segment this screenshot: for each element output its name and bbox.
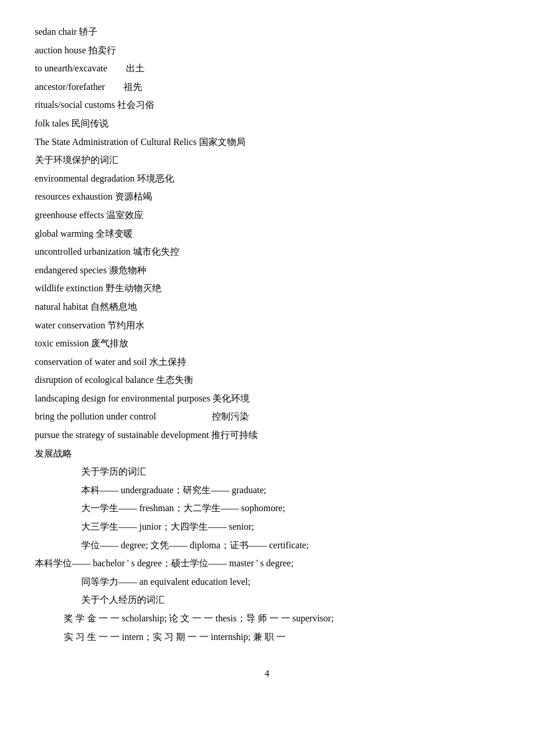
line-2: auction house 拍卖行 <box>35 42 499 59</box>
line-9-text: environmental degradation 环境恶化 <box>35 173 174 183</box>
line-4-text: ancestor/forefather 祖先 <box>35 82 142 92</box>
line-20-text: disruption of ecological balance 生态失衡 <box>35 375 193 385</box>
line-18: toxic emission 废气排放 <box>35 335 499 352</box>
line-10: resources exhaustion 资源枯竭 <box>35 188 499 205</box>
line-3: to unearth/excavate 出土 <box>35 60 499 77</box>
line-8-text: 关于环境保护的词汇 <box>35 155 118 165</box>
line-31-text: 关于个人经历的词汇 <box>81 595 165 605</box>
page-number: 4 <box>35 668 499 679</box>
line-30-text: 同等学力—— an equivalent education level; <box>81 577 250 587</box>
line-31: 关于个人经历的词汇 <box>35 591 499 609</box>
line-22-text: bring the pollution under control 控制污染 <box>35 411 249 421</box>
line-3-text: to unearth/excavate 出土 <box>35 63 145 73</box>
line-1-text: sedan chair 轿子 <box>35 27 98 37</box>
line-18-text: toxic emission 废气排放 <box>35 338 128 348</box>
line-15-text: wildlife extinction 野生动物灭绝 <box>35 283 161 293</box>
line-7: The State Administration of Cultural Rel… <box>35 133 499 151</box>
line-5-text: rituals/social customs 社会习俗 <box>35 100 154 110</box>
line-16-text: natural habitat 自然栖息地 <box>35 302 137 312</box>
line-29-text: 本科学位—— bachelor ' s degree；硕士学位—— master… <box>35 558 294 568</box>
line-33-text: 实 习 生 一 一 intern；实 习 期 一 一 internship; 兼… <box>64 632 286 642</box>
line-6-text: folk tales 民间传说 <box>35 118 109 128</box>
line-21: landscaping design for environmental pur… <box>35 390 499 407</box>
line-2-text: auction house 拍卖行 <box>35 45 116 55</box>
line-12: global warming 全球变暖 <box>35 225 499 243</box>
page-number-text: 4 <box>265 668 269 678</box>
line-30: 同等学力—— an equivalent education level; <box>35 573 499 591</box>
line-23-text: pursue the strategy of sustainable devel… <box>35 430 258 440</box>
line-14-text: endangered species 濒危物种 <box>35 265 146 275</box>
content-area: sedan chair 轿子 auction house 拍卖行 to unea… <box>35 23 499 679</box>
line-16: natural habitat 自然栖息地 <box>35 298 499 316</box>
line-32-text: 奖 学 金 一 一 scholarship; 论 文 一 一 thesis；导 … <box>64 613 334 623</box>
line-26: 大一学生—— freshman；大二学生—— sophomore; <box>35 500 499 517</box>
line-20: disruption of ecological balance 生态失衡 <box>35 371 499 389</box>
line-8: 关于环境保护的词汇 <box>35 151 499 169</box>
line-33: 实 习 生 一 一 intern；实 习 期 一 一 internship; 兼… <box>35 628 499 646</box>
line-21-text: landscaping design for environmental pur… <box>35 393 250 403</box>
line-28: 学位—— degree; 文凭—— diploma；证书—— certifica… <box>35 537 499 554</box>
line-17: water conservation 节约用水 <box>35 317 499 334</box>
line-13-text: uncontrolled urbanization 城市化失控 <box>35 247 179 256</box>
line-5: rituals/social customs 社会习俗 <box>35 96 499 114</box>
line-27-text: 大三学生—— junior；大四学生—— senior; <box>81 522 254 531</box>
line-7-text: The State Administration of Cultural Rel… <box>35 137 246 147</box>
line-29: 本科学位—— bachelor ' s degree；硕士学位—— master… <box>35 555 499 572</box>
line-9: environmental degradation 环境恶化 <box>35 170 499 187</box>
line-23: pursue the strategy of sustainable devel… <box>35 426 499 444</box>
line-19-text: conservation of water and soil 水土保持 <box>35 357 186 367</box>
line-25: 本科—— undergraduate；研究生—— graduate; <box>35 482 499 499</box>
line-23b: 发展战略 <box>35 445 499 462</box>
line-1: sedan chair 轿子 <box>35 23 499 41</box>
line-15: wildlife extinction 野生动物灭绝 <box>35 280 499 297</box>
line-11: greenhouse effects 温室效应 <box>35 207 499 224</box>
line-28-text: 学位—— degree; 文凭—— diploma；证书—— certifica… <box>81 540 309 550</box>
line-10-text: resources exhaustion 资源枯竭 <box>35 191 152 201</box>
line-4: ancestor/forefather 祖先 <box>35 78 499 96</box>
line-22: bring the pollution under control 控制污染 <box>35 408 499 425</box>
line-27: 大三学生—— junior；大四学生—— senior; <box>35 518 499 536</box>
line-32: 奖 学 金 一 一 scholarship; 论 文 一 一 thesis；导 … <box>35 610 499 627</box>
line-14: endangered species 濒危物种 <box>35 262 499 279</box>
line-23b-text: 发展战略 <box>35 448 72 458</box>
line-25-text: 本科—— undergraduate；研究生—— graduate; <box>81 485 266 495</box>
line-12-text: global warming 全球变暖 <box>35 229 133 238</box>
line-24-text: 关于学历的词汇 <box>81 466 146 476</box>
line-19: conservation of water and soil 水土保持 <box>35 353 499 371</box>
line-13: uncontrolled urbanization 城市化失控 <box>35 243 499 261</box>
line-26-text: 大一学生—— freshman；大二学生—— sophomore; <box>81 503 285 513</box>
line-6: folk tales 民间传说 <box>35 115 499 132</box>
line-17-text: water conservation 节约用水 <box>35 320 145 330</box>
line-24: 关于学历的词汇 <box>35 463 499 480</box>
line-11-text: greenhouse effects 温室效应 <box>35 210 143 220</box>
